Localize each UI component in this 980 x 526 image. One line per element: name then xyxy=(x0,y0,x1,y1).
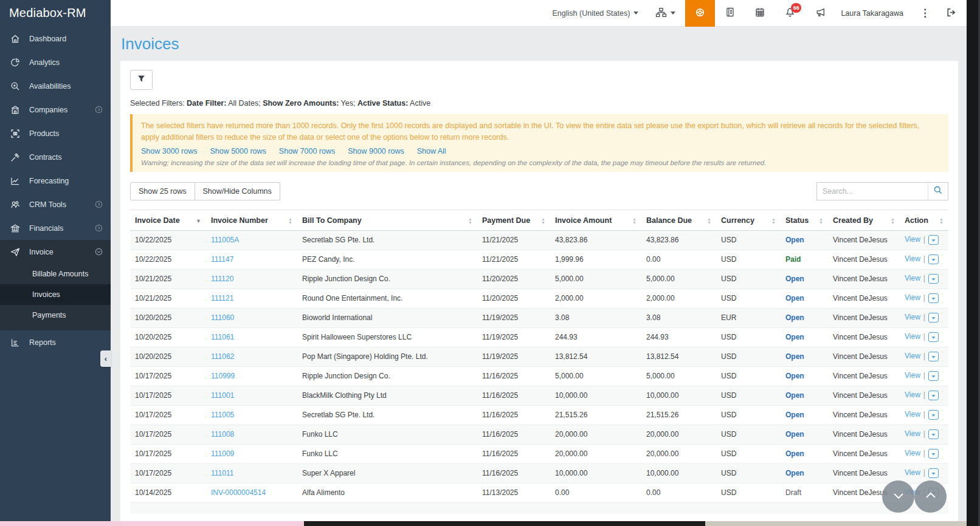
show-7000-rows-link[interactable]: Show 7000 rows xyxy=(279,147,335,155)
notifications-button[interactable]: 66 xyxy=(778,0,802,27)
action-dropdown-button[interactable] xyxy=(928,352,939,361)
col-created-by[interactable]: ▲▼Created By xyxy=(828,210,900,230)
col-action[interactable]: ▲▼Action xyxy=(900,210,948,230)
col-payment-due[interactable]: ▲▼Payment Due xyxy=(477,210,550,230)
view-link[interactable]: View xyxy=(905,235,920,244)
scroll-to-top-button[interactable] xyxy=(914,480,947,513)
sidebar-item-invoice[interactable]: Invoice xyxy=(0,240,111,264)
sidebar-item-companies[interactable]: Companies xyxy=(0,98,111,121)
invoice-number-link[interactable]: 111011 xyxy=(211,469,233,477)
invoice-number-link[interactable]: 111120 xyxy=(211,275,233,283)
sidebar-item-analytics[interactable]: Analytics xyxy=(0,50,111,74)
sidebar-item-crm-tools[interactable]: CRM Tools xyxy=(0,193,111,216)
table-row[interactable]: 10/14/2025 INV-0000004514 Alfa Alimento … xyxy=(130,483,948,502)
scroll-to-bottom-button[interactable] xyxy=(882,480,914,513)
overflow-menu-button[interactable]: ⋮ xyxy=(911,7,939,19)
journal-button[interactable] xyxy=(718,0,742,27)
table-row[interactable]: 10/17/2025 111011 Super X Apparel 11/16/… xyxy=(130,463,948,483)
view-link[interactable]: View xyxy=(905,371,920,380)
col-bill-to-company[interactable]: ▲▼Bill To Company xyxy=(297,210,477,230)
view-link[interactable]: View xyxy=(905,429,920,438)
action-dropdown-button[interactable] xyxy=(928,449,939,459)
view-link[interactable]: View xyxy=(905,332,920,341)
invoice-number-link[interactable]: 111121 xyxy=(211,294,233,302)
action-dropdown-button[interactable] xyxy=(928,235,939,245)
app-logo[interactable]: Mediabox-RM xyxy=(0,0,111,27)
invoice-number-link[interactable]: 111061 xyxy=(211,333,234,341)
show-rows-button[interactable]: Show 25 rows xyxy=(130,182,195,200)
announcements-button[interactable] xyxy=(808,0,833,27)
sidebar-item-dashboard[interactable]: Dashboard xyxy=(0,27,111,50)
search-button[interactable] xyxy=(928,183,948,200)
action-dropdown-button[interactable] xyxy=(928,332,939,342)
invoice-number-link[interactable]: INV-0000004514 xyxy=(211,488,266,497)
invoice-number-link[interactable]: 111060 xyxy=(211,313,234,322)
invoice-number-link[interactable]: 111062 xyxy=(211,352,234,361)
table-row[interactable]: 10/20/2025 111060 Bioworld International… xyxy=(130,308,948,327)
col-invoice-amount[interactable]: ▲▼Invoice Amount xyxy=(550,210,641,230)
view-link[interactable]: View xyxy=(905,254,920,263)
action-dropdown-button[interactable] xyxy=(928,410,939,420)
sidebar-item-availabilities[interactable]: Availabilities xyxy=(0,74,111,98)
show-9000-rows-link[interactable]: Show 9000 rows xyxy=(348,147,404,155)
user-name[interactable]: Laura Takaragawa xyxy=(833,9,911,18)
action-dropdown-button[interactable] xyxy=(928,429,939,439)
sidebar-item-contracts[interactable]: Contracts xyxy=(0,145,111,169)
sidebar-item-invoices[interactable]: Invoices xyxy=(0,284,111,305)
view-link[interactable]: View xyxy=(905,293,920,302)
filter-button[interactable] xyxy=(130,70,153,90)
invoice-number-link[interactable]: 111001 xyxy=(211,391,234,400)
view-link[interactable]: View xyxy=(905,313,920,321)
sidebar-item-financials[interactable]: Financials xyxy=(0,216,111,240)
col-balance-due[interactable]: ▲▼Balance Due xyxy=(641,210,716,230)
table-row[interactable]: 10/17/2025 111005 Secretlab SG Pte. Ltd.… xyxy=(130,405,948,425)
table-row[interactable]: 10/20/2025 111061 Spirit Halloween Super… xyxy=(130,327,948,347)
view-link[interactable]: View xyxy=(905,352,920,360)
action-dropdown-button[interactable] xyxy=(928,391,939,400)
table-row[interactable]: 10/17/2025 111001 BlackMilk Clothing Pty… xyxy=(130,386,948,405)
col-status[interactable]: ▲▼Status xyxy=(781,210,828,230)
view-link[interactable]: View xyxy=(905,410,920,418)
invoice-number-link[interactable]: 111005 xyxy=(211,411,234,419)
action-dropdown-button[interactable] xyxy=(928,371,939,381)
sidebar-item-reports[interactable]: Reports xyxy=(0,330,111,354)
table-row[interactable]: 10/17/2025 111009 Funko LLC 11/16/2025 2… xyxy=(130,444,948,463)
calendar-button[interactable] xyxy=(748,0,772,27)
show-all-link[interactable]: Show All xyxy=(417,147,446,155)
table-row[interactable]: 10/20/2025 111062 Pop Mart (Singapore) H… xyxy=(130,347,948,366)
logout-button[interactable] xyxy=(939,0,967,27)
col-invoice-date[interactable]: ▼Invoice Date xyxy=(130,210,206,230)
support-button[interactable] xyxy=(685,0,715,27)
sidebar-item-payments[interactable]: Payments xyxy=(0,305,111,326)
action-dropdown-button[interactable] xyxy=(928,293,939,303)
action-dropdown-button[interactable] xyxy=(928,313,939,323)
show-3000-rows-link[interactable]: Show 3000 rows xyxy=(141,147,197,155)
action-dropdown-button[interactable] xyxy=(928,254,939,264)
table-row[interactable]: 10/17/2025 110999 Ripple Junction Design… xyxy=(130,366,948,386)
col-currency[interactable]: ▲▼Currency xyxy=(716,210,781,230)
sidebar-collapse-button[interactable]: ‹ xyxy=(100,350,111,367)
table-row[interactable]: 10/22/2025 111147 PEZ Candy, Inc. 11/21/… xyxy=(130,250,948,269)
invoice-number-link[interactable]: 111008 xyxy=(211,430,234,439)
table-row[interactable]: 10/21/2025 111121 Round One Entertainmen… xyxy=(130,289,948,308)
invoice-number-link[interactable]: 111005A xyxy=(211,236,239,244)
view-link[interactable]: View xyxy=(905,468,920,477)
action-dropdown-button[interactable] xyxy=(928,468,939,478)
invoice-number-link[interactable]: 111147 xyxy=(211,255,233,264)
show-5000-rows-link[interactable]: Show 5000 rows xyxy=(210,147,266,155)
invoice-number-link[interactable]: 111009 xyxy=(211,449,234,458)
org-hierarchy-button[interactable] xyxy=(649,0,682,27)
action-dropdown-button[interactable] xyxy=(928,274,939,284)
view-link[interactable]: View xyxy=(905,274,920,282)
sidebar-item-billable-amounts[interactable]: Billable Amounts xyxy=(0,264,111,284)
col-invoice-number[interactable]: ▲▼Invoice Number xyxy=(206,210,297,230)
search-input[interactable] xyxy=(817,183,928,200)
table-row[interactable]: 10/22/2025 111005A Secretlab SG Pte. Ltd… xyxy=(130,230,948,250)
language-selector[interactable]: English (United States) xyxy=(546,0,646,27)
view-link[interactable]: View xyxy=(905,449,920,457)
table-row[interactable]: 10/21/2025 111120 Ripple Junction Design… xyxy=(130,269,948,289)
invoice-number-link[interactable]: 110999 xyxy=(211,372,235,380)
show-hide-columns-button[interactable]: Show/Hide Columns xyxy=(195,182,280,200)
view-link[interactable]: View xyxy=(905,391,920,399)
sidebar-item-forecasting[interactable]: Forecasting xyxy=(0,169,111,193)
